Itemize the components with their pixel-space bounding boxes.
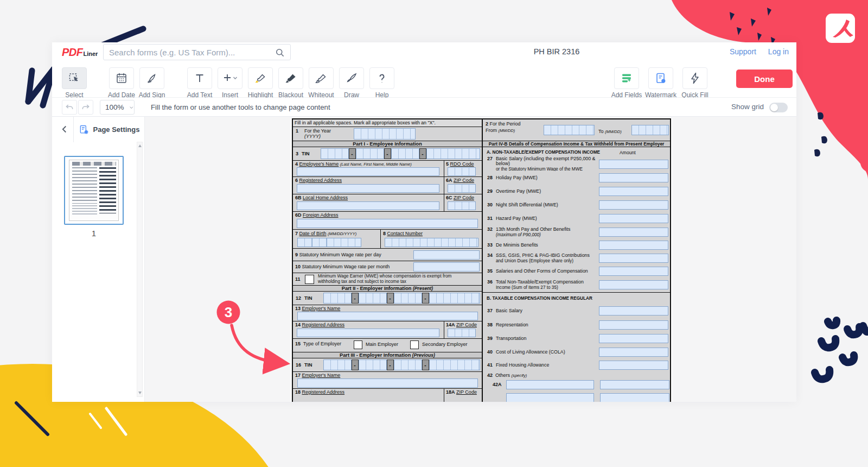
employee-tin-row: 3TIN - - - [293,147,482,161]
redo-button[interactable] [78,100,93,115]
toggle-knob [770,104,778,111]
sidebar-scrollbar[interactable] [137,142,143,397]
previous-employer-name-label: Employer's Name [302,373,341,378]
form-item-37: 37Basic Salary [483,304,670,318]
form-item-27: 27Basic Salary (including the exempt P25… [483,157,670,171]
thumbnail-preview [69,160,119,221]
amount-field-29[interactable] [599,187,668,196]
tin-field[interactable] [426,148,480,159]
add-text-button[interactable]: Add Text [187,67,212,99]
tin-field[interactable] [429,359,480,370]
others-specify-field[interactable] [506,380,594,389]
dob-day-field[interactable] [312,238,327,247]
wage-per-day-field[interactable] [413,250,480,260]
previous-employer-name-field[interactable] [297,378,478,388]
add-date-button[interactable]: Add Date [109,67,134,99]
wage-per-month-field[interactable] [413,262,480,272]
plus-chevron-icon [222,72,238,85]
amount-field-40[interactable] [599,348,668,357]
undo-button[interactable] [62,100,77,115]
pages-sidebar: Page Settings 1 [52,117,144,402]
amount-field-42a[interactable] [600,380,669,389]
highlight-button[interactable]: Highlight [248,67,273,99]
part2-banner: Part II - Employer Information (Present) [293,286,482,292]
tin-field[interactable] [359,293,387,304]
employer-name-field[interactable] [297,312,478,320]
registered-address-field[interactable] [297,184,439,193]
type-of-employer-label: Type of Employer [303,341,341,346]
dob-month-field[interactable] [297,238,312,247]
tin-field[interactable] [323,359,352,370]
zip-code-field[interactable] [448,201,476,210]
form-item-41: 41Fixed Housing Allowance [483,359,670,371]
amount-field-36[interactable] [599,280,668,289]
insert-button[interactable]: Insert [218,67,242,99]
draw-button[interactable]: Draw [339,67,364,99]
search-input[interactable] [109,45,272,60]
amount-field-37[interactable] [599,306,668,315]
mwe-checkbox[interactable] [305,275,314,284]
tin-field[interactable] [394,293,422,304]
contact-number-field[interactable] [385,238,478,247]
tin-field[interactable] [356,148,384,159]
blackout-button[interactable]: Blackout [278,67,303,99]
main-employer-checkbox[interactable] [354,340,362,349]
amount-field-32[interactable] [599,228,668,237]
employer-address-field[interactable] [297,329,439,337]
dob-year-field[interactable] [327,238,361,247]
support-link[interactable]: Support [730,47,756,56]
search-form [103,44,291,60]
form-item-42a: 42A [483,379,670,391]
done-button[interactable]: Done [736,70,793,88]
form-item-28: 28Holiday Pay (MWE) [483,171,670,185]
zip-code-field[interactable] [448,184,476,193]
secondary-employer-checkbox[interactable] [410,340,419,349]
collapse-sidebar-chevron-left-icon[interactable] [59,123,71,135]
amount-field-42b[interactable] [600,393,669,402]
amount-field-41[interactable] [599,361,668,370]
tin-field[interactable] [359,359,387,370]
year-field[interactable] [354,128,416,140]
zip-code-field[interactable] [448,329,476,337]
search-icon[interactable] [275,47,285,58]
zoom-select[interactable]: 100% [100,100,135,115]
page-settings-label: Page Settings [93,125,140,134]
amount-field-38[interactable] [599,320,668,330]
tin-field[interactable] [429,293,480,304]
page-settings-button[interactable]: Page Settings [73,117,144,142]
login-link[interactable]: Log in [768,47,789,56]
amount-field-28[interactable] [599,173,668,182]
tin-field[interactable] [321,148,349,159]
period-from-field[interactable] [544,125,595,135]
document-canvas: Fill in all applicable spaces. Mark all … [144,117,796,402]
amount-field-35[interactable] [599,267,668,276]
local-home-address-field[interactable] [297,201,439,210]
amount-field-27[interactable] [599,160,668,169]
show-grid-toggle[interactable] [769,103,788,112]
amount-field-39[interactable] [599,334,668,343]
tin-field[interactable] [391,148,419,159]
add-sign-button[interactable]: Add Sign [139,67,164,99]
page-thumbnail[interactable] [64,156,124,225]
amount-field-33[interactable] [599,241,668,250]
foreign-address-field[interactable] [297,219,478,228]
tin-field[interactable] [394,359,422,370]
quick-fill-button[interactable]: Quick Fill [682,67,707,99]
watermark-button[interactable]: Watermark [648,67,673,99]
amount-field-34[interactable] [599,254,668,263]
employee-name-field[interactable] [297,167,439,176]
tin-field[interactable] [323,293,352,304]
amount-field-31[interactable] [599,214,668,223]
paw-print-decorations [815,320,868,379]
period-to-field[interactable] [631,125,669,135]
help-button[interactable]: Help [369,67,394,99]
whiteout-button[interactable]: Whiteout [309,67,334,99]
others-specify-field-2[interactable] [506,393,594,402]
ink-slash-decoration [16,403,48,434]
add-fields-button[interactable]: Add Fields [614,67,639,99]
rdo-code-field[interactable] [448,167,476,176]
pdfliner-logo[interactable]: PDFLiner [62,46,98,59]
amount-field-30[interactable] [599,200,668,210]
select-tool-button[interactable]: Select [62,67,87,99]
form-item-32: 3213th Month Pay and Other Benefits(maxi… [483,225,670,239]
